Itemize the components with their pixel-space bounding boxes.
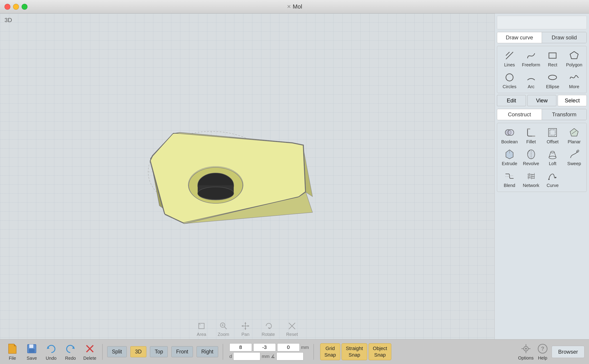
tool-loft[interactable]: Loft — [543, 147, 563, 168]
coord-group: mm d mm ∡ — [229, 343, 309, 360]
tool-blend[interactable]: Blend — [499, 169, 520, 189]
tool-fillet[interactable]: Fillet — [521, 125, 541, 146]
browser-button[interactable]: Browser — [552, 346, 584, 358]
btn-view[interactable]: View — [527, 95, 556, 106]
tool-lines[interactable]: Lines — [499, 48, 520, 69]
tab-draw-solid[interactable]: Draw solid — [542, 32, 587, 43]
separator-3 — [313, 344, 314, 360]
fillet-icon — [525, 127, 537, 138]
btn-edit[interactable]: Edit — [497, 95, 526, 106]
help-button[interactable]: ? Help — [537, 343, 549, 361]
help-label: Help — [538, 355, 547, 361]
btn-top[interactable]: Top — [150, 346, 168, 357]
3d-object — [121, 107, 324, 246]
tool-offset[interactable]: Offset — [543, 125, 563, 146]
coord-angle[interactable] — [277, 352, 304, 360]
file-label: File — [9, 356, 16, 361]
tool-more-curves[interactable]: More — [564, 70, 584, 91]
area-label: Area — [197, 332, 206, 337]
coord-z[interactable] — [277, 343, 300, 351]
construct-tab-group[interactable]: Construct Transform — [497, 109, 587, 120]
extrude-label: Extrude — [502, 161, 517, 166]
tab-construct[interactable]: Construct — [497, 109, 542, 120]
tool-boolean[interactable]: Boolean — [499, 125, 520, 146]
btn-3d[interactable]: 3D — [130, 346, 146, 357]
file-button[interactable]: File — [5, 343, 20, 361]
coord-x[interactable] — [229, 343, 252, 351]
reset-icon — [287, 321, 297, 331]
grid-snap-btn[interactable]: GridSnap — [320, 343, 340, 360]
tool-revolve[interactable]: Revolve — [521, 147, 541, 168]
construct-section: Boolean Fillet — [497, 123, 587, 192]
options-button[interactable]: Options — [518, 343, 534, 361]
status-bar: File Save Undo Redo Delete — [0, 339, 589, 364]
redo-icon — [64, 343, 77, 355]
sweep-label: Sweep — [567, 161, 581, 166]
rect-label: Rect — [548, 62, 557, 67]
svg-point-49 — [549, 156, 556, 159]
delete-label: Delete — [83, 356, 96, 361]
viewport-3d[interactable]: 3D — [0, 13, 494, 339]
tool-polygon[interactable]: Polygon — [564, 48, 584, 69]
redo-button[interactable]: Redo — [63, 343, 78, 361]
btn-split[interactable]: Split — [107, 346, 127, 357]
window-controls[interactable] — [5, 4, 27, 10]
save-label: Save — [26, 356, 37, 361]
pan-tool[interactable]: Pan — [240, 321, 250, 337]
loft-label: Loft — [549, 161, 556, 166]
zoom-icon — [218, 321, 228, 331]
tool-planar[interactable]: Planar — [564, 125, 584, 146]
tool-sweep[interactable]: Sweep — [564, 147, 584, 168]
object-snap-btn[interactable]: ObjectSnap — [369, 343, 391, 360]
minimize-button[interactable] — [13, 4, 19, 10]
save-button[interactable]: Save — [24, 343, 40, 361]
coord-y[interactable] — [253, 343, 276, 351]
rotate-tool[interactable]: Rotate — [262, 321, 275, 337]
tool-extrude[interactable]: Extrude — [499, 147, 520, 168]
btn-right[interactable]: Right — [197, 346, 218, 357]
rotate-icon — [263, 321, 273, 331]
maximize-button[interactable] — [22, 4, 27, 10]
coord-row-1: mm — [229, 343, 309, 351]
close-button[interactable] — [5, 4, 10, 10]
reset-tool[interactable]: Reset — [286, 321, 298, 337]
area-tool[interactable]: Area — [197, 321, 206, 337]
svg-point-69 — [525, 348, 527, 350]
options-label: Options — [518, 355, 534, 361]
reset-label: Reset — [286, 332, 298, 337]
snap-group: GridSnap StraightSnap ObjectSnap — [320, 343, 391, 360]
draw-tab-group[interactable]: Draw curve Draw solid — [497, 32, 587, 43]
delete-button[interactable]: Delete — [82, 343, 98, 361]
pan-icon — [240, 321, 250, 331]
tool-arc[interactable]: Arc — [521, 70, 541, 91]
app-body: 3D — [0, 13, 589, 364]
planar-icon — [568, 127, 580, 138]
panel-scroll[interactable] — [497, 16, 587, 29]
tool-network[interactable]: Network — [521, 169, 541, 189]
title-label: Mol — [293, 3, 302, 10]
tool-circles[interactable]: Circles — [499, 70, 520, 91]
title-bar: ✕ Mol — [0, 0, 589, 13]
tool-rect[interactable]: Rect — [543, 48, 563, 69]
svg-rect-41 — [550, 130, 555, 135]
zoom-tool[interactable]: Zoom — [218, 321, 229, 337]
coord-inputs: mm d mm ∡ — [229, 343, 309, 360]
tab-draw-curve[interactable]: Draw curve — [497, 32, 542, 43]
undo-button[interactable]: Undo — [43, 343, 59, 361]
tab-transform[interactable]: Transform — [542, 109, 587, 120]
tool-curve[interactable]: Curve — [543, 169, 563, 189]
rect-icon — [547, 50, 558, 61]
lines-label: Lines — [504, 62, 515, 67]
curve-label: Curve — [547, 183, 559, 188]
btn-front[interactable]: Front — [171, 346, 193, 357]
d-label: d — [229, 354, 232, 359]
tool-ellipse[interactable]: Ellipse — [543, 70, 563, 91]
loft-icon — [547, 149, 558, 160]
tool-freeform[interactable]: Freeform — [521, 48, 541, 69]
undo-icon — [45, 343, 57, 355]
btn-select[interactable]: Select — [558, 95, 587, 106]
draw-curve-grid: Lines Freeform Rect — [499, 48, 584, 91]
mm-label: mm — [301, 345, 309, 350]
coord-d[interactable] — [233, 352, 260, 360]
straight-snap-btn[interactable]: StraightSnap — [342, 343, 367, 360]
